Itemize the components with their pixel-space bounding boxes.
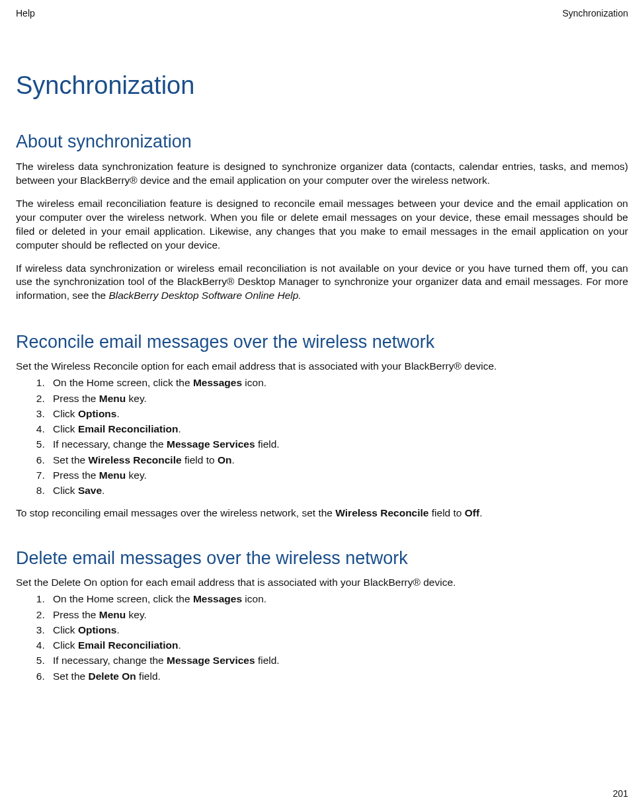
section-reconcile-title: Reconcile email messages over the wirele… xyxy=(16,332,628,352)
header-left: Help xyxy=(16,8,35,19)
about-p3-pre: If wireless data synchronization or wire… xyxy=(16,263,628,302)
reconcile-after: To stop reconciling email messages over … xyxy=(16,507,628,519)
list-item: Set the Wireless Reconcile field to On. xyxy=(48,452,628,467)
delete-intro: Set the Delete On option for each email … xyxy=(16,577,628,589)
reconcile-intro: Set the Wireless Reconcile option for ea… xyxy=(16,360,628,372)
list-item: On the Home screen, click the Messages i… xyxy=(48,375,628,390)
list-item: Click Options. xyxy=(48,622,628,637)
list-item: Click Options. xyxy=(48,406,628,421)
running-header: Help Synchronization xyxy=(16,8,628,19)
about-paragraph-2: The wireless email reconciliation featur… xyxy=(16,197,628,253)
page-container: Help Synchronization Synchronization Abo… xyxy=(0,0,644,812)
list-item: Click Save. xyxy=(48,483,628,498)
section-about-title: About synchronization xyxy=(16,132,628,152)
about-p3-italic: BlackBerry Desktop Software Online Help. xyxy=(108,290,301,301)
list-item: Press the Menu key. xyxy=(48,391,628,406)
section-delete-title: Delete email messages over the wireless … xyxy=(16,548,628,569)
list-item: Click Email Reconciliation. xyxy=(48,421,628,436)
header-right: Synchronization xyxy=(562,8,628,19)
delete-steps: On the Home screen, click the Messages i… xyxy=(16,591,628,684)
page-title: Synchronization xyxy=(16,71,628,100)
list-item: If necessary, change the Message Service… xyxy=(48,436,628,452)
list-item: Press the Menu key. xyxy=(48,467,628,483)
page-number: 201 xyxy=(613,788,628,799)
list-item: Press the Menu key. xyxy=(48,607,628,622)
list-item: Click Email Reconciliation. xyxy=(48,637,628,653)
list-item: If necessary, change the Message Service… xyxy=(48,653,628,668)
about-paragraph-3: If wireless data synchronization or wire… xyxy=(16,262,628,304)
list-item: Set the Delete On field. xyxy=(48,669,628,684)
list-item: On the Home screen, click the Messages i… xyxy=(48,591,628,606)
about-paragraph-1: The wireless data synchronization featur… xyxy=(16,160,628,188)
reconcile-steps: On the Home screen, click the Messages i… xyxy=(16,375,628,498)
